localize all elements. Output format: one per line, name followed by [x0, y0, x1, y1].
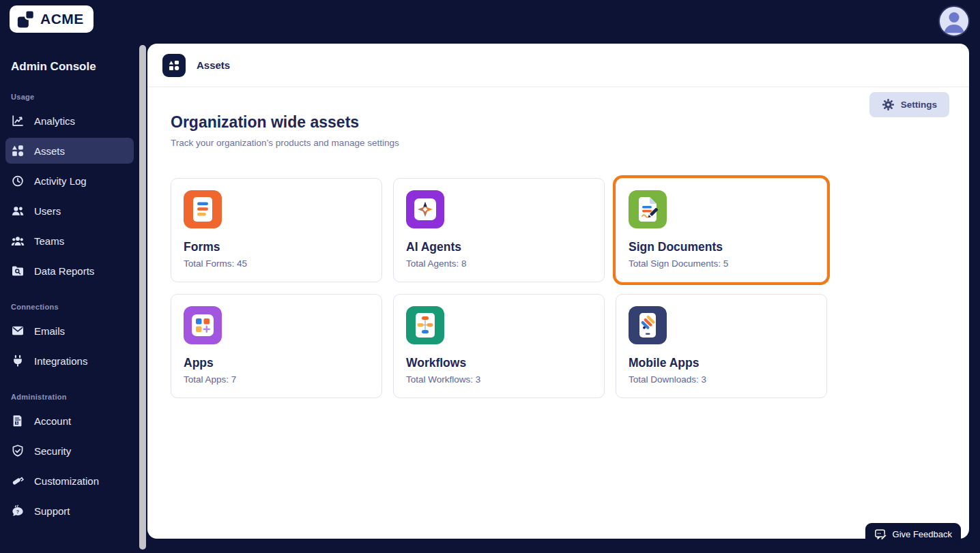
user-avatar[interactable]: [938, 5, 970, 37]
assets-icon: [11, 144, 25, 158]
page-subtitle: Track your organization’s products and m…: [171, 138, 946, 148]
main-content: Organization wide assets Track your orga…: [147, 87, 969, 398]
sidebar-item-analytics[interactable]: Analytics: [5, 108, 134, 134]
support-chat-icon: ?: [11, 504, 25, 518]
sidebar-item-label: Support: [34, 505, 70, 517]
main-panel: Assets Organization wide assets Track yo…: [147, 44, 969, 539]
shield-icon: [11, 444, 25, 458]
card-title: Apps: [184, 356, 369, 370]
email-icon: [11, 324, 25, 338]
sidebar-item-teams[interactable]: Teams: [5, 228, 134, 254]
activity-log-icon: [11, 174, 25, 188]
feedback-chat-pencil-icon: [874, 528, 887, 541]
sidebar-section-connections: Connections: [5, 303, 134, 311]
sign-documents-icon: [629, 190, 667, 228]
card-title: AI Agents: [406, 240, 592, 254]
give-feedback-button[interactable]: Give Feedback: [865, 523, 961, 545]
sidebar-item-emails[interactable]: Emails: [5, 318, 134, 344]
users-icon: [11, 204, 25, 218]
breadcrumb: Assets: [197, 59, 230, 71]
sidebar-item-label: Emails: [34, 325, 65, 337]
data-reports-icon: [11, 264, 25, 278]
card-title: Workflows: [406, 356, 592, 370]
paint-roller-icon: [11, 474, 25, 488]
sidebar-item-users[interactable]: Users: [5, 198, 134, 224]
main-header: Assets: [147, 44, 969, 87]
gear-icon: [882, 98, 895, 111]
forms-icon: [184, 190, 222, 228]
teams-icon: [11, 234, 25, 248]
sidebar-item-data-reports[interactable]: Data Reports: [5, 258, 134, 284]
sidebar-item-label: Account: [34, 415, 71, 427]
analytics-icon: [11, 114, 25, 128]
svg-text:$: $: [16, 421, 18, 425]
sidebar-item-label: Security: [34, 445, 71, 457]
asset-card-workflows[interactable]: Workflows Total Workflows: 3: [393, 294, 605, 398]
asset-card-grid: Forms Total Forms: 45 AI A: [171, 178, 946, 398]
sidebar-item-label: Assets: [34, 145, 65, 157]
topbar: ACME: [0, 0, 980, 44]
page-title: Organization wide assets: [171, 113, 946, 132]
card-title: Mobile Apps: [629, 356, 814, 370]
card-stat: Total Agents: 8: [406, 258, 592, 269]
sidebar-item-integrations[interactable]: Integrations: [5, 348, 134, 374]
sidebar: Admin Console Usage Analytics Assets Act…: [0, 44, 139, 553]
settings-button-label: Settings: [901, 100, 937, 110]
sidebar-item-customization[interactable]: Customization: [5, 468, 134, 494]
sidebar-section-usage: Usage: [5, 93, 134, 101]
vertical-scrollbar[interactable]: [139, 45, 146, 550]
card-stat: Total Sign Documents: 5: [629, 258, 814, 269]
sidebar-section-administration: Administration: [5, 393, 134, 401]
plug-icon: [11, 354, 25, 368]
card-stat: Total Apps: 7: [184, 374, 369, 385]
sidebar-item-label: Analytics: [34, 115, 75, 127]
sidebar-item-label: Users: [34, 205, 61, 217]
card-stat: Total Forms: 45: [184, 258, 369, 269]
sidebar-item-activity-log[interactable]: Activity Log: [5, 168, 134, 194]
assets-header-icon: [162, 54, 186, 77]
sidebar-item-label: Customization: [34, 475, 99, 487]
card-stat: Total Downloads: 3: [629, 374, 814, 385]
sidebar-item-account[interactable]: $ Account: [5, 408, 134, 434]
acme-logo[interactable]: ACME: [10, 5, 93, 33]
give-feedback-label: Give Feedback: [893, 529, 952, 539]
apps-icon: [184, 306, 222, 344]
sidebar-title: Admin Console: [5, 60, 134, 74]
sidebar-item-label: Activity Log: [34, 175, 87, 187]
invoice-icon: $: [11, 414, 25, 428]
asset-card-ai-agents[interactable]: AI Agents Total Agents: 8: [393, 178, 605, 282]
sidebar-item-support[interactable]: ? Support: [5, 498, 134, 524]
mobile-apps-icon: [629, 306, 667, 344]
card-title: Forms: [184, 240, 369, 254]
asset-card-mobile-apps[interactable]: Mobile Apps Total Downloads: 3: [616, 294, 827, 398]
ai-agents-icon: [406, 190, 444, 228]
asset-card-forms[interactable]: Forms Total Forms: 45: [171, 178, 382, 282]
card-title: Sign Documents: [629, 240, 814, 254]
sidebar-item-assets[interactable]: Assets: [5, 138, 134, 164]
sidebar-item-label: Data Reports: [34, 265, 94, 277]
card-stat: Total Workflows: 3: [406, 374, 592, 385]
logo-text: ACME: [40, 11, 84, 27]
sidebar-item-label: Teams: [34, 235, 64, 247]
asset-card-sign-documents[interactable]: Sign Documents Total Sign Documents: 5: [616, 178, 827, 282]
svg-text:?: ?: [16, 509, 19, 514]
person-icon: [940, 7, 968, 35]
asset-card-apps[interactable]: Apps Total Apps: 7: [171, 294, 382, 398]
settings-button[interactable]: Settings: [869, 92, 949, 117]
workflows-icon: [406, 306, 444, 344]
sidebar-item-label: Integrations: [34, 355, 87, 367]
acme-logo-icon: [16, 8, 38, 30]
sidebar-item-security[interactable]: Security: [5, 438, 134, 464]
admin-console-page: { "topbar": { "logo_text": "ACME" }, "si…: [0, 0, 980, 553]
